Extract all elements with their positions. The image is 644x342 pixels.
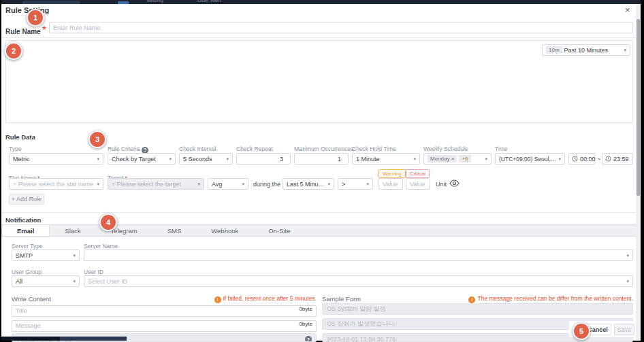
alert-icon: ! (214, 296, 221, 303)
chevron-down-icon: ▾ (97, 182, 99, 187)
time-range-badge: 10m (546, 46, 562, 54)
check-repeat-label: Check Repeat (236, 146, 273, 152)
time-range-select[interactable]: 10m Past 10 Minutes ▾ (542, 44, 630, 56)
window-select[interactable]: Last 5 Minutes▾ (283, 178, 334, 190)
maximum-occurrences-label: Maximum Occurrences (294, 146, 353, 152)
server-name-label: Server Name (84, 243, 118, 250)
message-field-wrap: 0byte (12, 318, 317, 330)
type-label: Type (9, 146, 21, 152)
weekly-schedule-label: Weekly Schedule (423, 146, 468, 152)
operator-select[interactable]: >▾ (338, 178, 373, 190)
divider (1, 212, 636, 213)
time-label: Time (495, 146, 508, 152)
more-days-tag[interactable]: +6 (459, 155, 470, 163)
server-name-select[interactable]: ▾ (84, 250, 633, 261)
time-range-separator: ~ (597, 156, 600, 163)
chevron-down-icon: ▾ (73, 253, 76, 258)
title-input[interactable] (12, 305, 317, 317)
type-select[interactable]: Metric▾ (9, 153, 103, 165)
write-content-notice: !If failed, resent once after 5 minutes. (12, 295, 317, 303)
chart-preview-panel (5, 40, 633, 123)
chevron-down-icon: ▾ (626, 253, 629, 258)
info-icon[interactable]: ? (305, 336, 312, 342)
add-rule-button[interactable]: + Add Rule (9, 194, 44, 205)
check-repeat-input[interactable]: 3 (236, 153, 291, 165)
warning-badge: Warning (379, 169, 406, 178)
tab-slack[interactable]: Slack (50, 225, 95, 236)
rule-name-label: Rule Name* (5, 24, 46, 37)
scrollbar-track[interactable] (636, 4, 641, 341)
annotation-badge-3: 3 (88, 131, 106, 148)
unit-label: Unit (436, 181, 447, 188)
clock-icon (605, 156, 611, 162)
chevron-down-icon: ▾ (197, 182, 200, 187)
chevron-down-icon: ▾ (169, 156, 172, 162)
annotation-badge-2: 2 (5, 42, 22, 60)
tab-on-site[interactable]: On-Site (253, 225, 305, 236)
sample-title-field: OS System 알람 발생 (322, 303, 633, 315)
chevron-down-icon: ▾ (366, 182, 369, 187)
annotation-badge-1: 1 (27, 9, 44, 27)
message-byte-count: 0byte (299, 321, 312, 327)
remove-tag-icon[interactable]: × (451, 156, 455, 162)
during-the-text: during the (253, 181, 280, 188)
notification-title: Notification (5, 216, 41, 224)
warning-value-input[interactable] (379, 178, 403, 190)
nav-breadcrumb-setting[interactable]: Setting (146, 0, 163, 3)
divider (1, 37, 636, 38)
background-bottom-strip-dark (1, 337, 60, 341)
help-icon[interactable]: ? (142, 147, 148, 154)
close-icon[interactable]: × (625, 5, 630, 15)
rule-name-input[interactable] (49, 22, 633, 33)
end-time-input[interactable]: 23:59 (602, 153, 633, 165)
rule-criteria-label: Rule Criteria? (108, 146, 148, 154)
annotation-badge-5: 5 (573, 322, 590, 340)
timezone-select[interactable]: (UTC+09:00) Seoul, Osaka, ...▾ (495, 153, 565, 165)
user-group-label: User Group (12, 269, 42, 275)
time-range-value: Past 10 Minutes (564, 47, 622, 54)
chevron-down-icon: ▾ (413, 156, 416, 162)
chevron-down-icon: ▾ (242, 182, 244, 187)
rule-criteria-select[interactable]: Check by Target▾ (108, 153, 176, 165)
chevron-down-icon: ▾ (485, 156, 487, 162)
check-interval-label: Check Interval (179, 146, 216, 152)
screenshot-frame: Setting User Alert Rule Setting × 1 Rule… (0, 0, 644, 342)
eye-icon[interactable] (449, 179, 460, 187)
critical-badge: Critical (406, 169, 430, 178)
user-group-select[interactable]: All▾ (12, 275, 80, 287)
check-interval-select[interactable]: 5 Seconds▾ (179, 153, 233, 165)
user-id-label: User ID (84, 269, 103, 275)
server-type-label: Server Type (12, 243, 43, 250)
scrollbar-thumb[interactable] (637, 19, 640, 196)
clock-icon (572, 156, 578, 162)
chevron-down-icon: ▾ (226, 156, 229, 162)
maximum-occurrences-input[interactable]: 1 (294, 153, 349, 165)
chevron-down-icon: ▾ (626, 279, 629, 284)
tab-email[interactable]: Email (1, 225, 50, 236)
chevron-down-icon: ▾ (327, 182, 330, 187)
annotation-badge-4: 4 (99, 213, 117, 231)
alert-icon: ! (468, 296, 475, 303)
save-button[interactable]: Save (614, 324, 634, 335)
sample-form-notice: !The message received can be differ from… (322, 295, 633, 303)
aggregation-select[interactable]: Avg▾ (208, 178, 248, 190)
notification-tabbar: Email Slack Telegram SMS Webhook On-Site (1, 224, 636, 237)
target-select: + Please select the target▾ (108, 178, 204, 190)
stat-name-select[interactable]: + Please select the stat name▾ (9, 178, 103, 190)
weekday-tag[interactable]: Monday × (428, 155, 457, 163)
start-time-input[interactable]: 00:00 (568, 153, 595, 165)
required-asterisk: * (42, 24, 46, 36)
rule-data-title: Rule Data (5, 133, 35, 141)
chevron-down-icon: ▾ (624, 48, 626, 53)
weekly-schedule-select[interactable]: Monday × +6 ▾ (423, 153, 492, 165)
tab-webhook[interactable]: Webhook (196, 225, 253, 236)
check-hold-time-select[interactable]: 1 Minute▾ (352, 153, 420, 165)
message-input[interactable] (12, 320, 317, 332)
tab-sms[interactable]: SMS (152, 225, 197, 236)
chevron-down-icon: ▾ (558, 156, 561, 162)
title-field-wrap: 0byte (12, 303, 317, 315)
nav-breadcrumb-user-alert[interactable]: User Alert (197, 0, 221, 3)
critical-value-input[interactable] (406, 178, 430, 190)
server-type-select[interactable]: SMTP▾ (12, 250, 80, 261)
user-id-select[interactable]: Select User ID▾ (84, 275, 633, 287)
